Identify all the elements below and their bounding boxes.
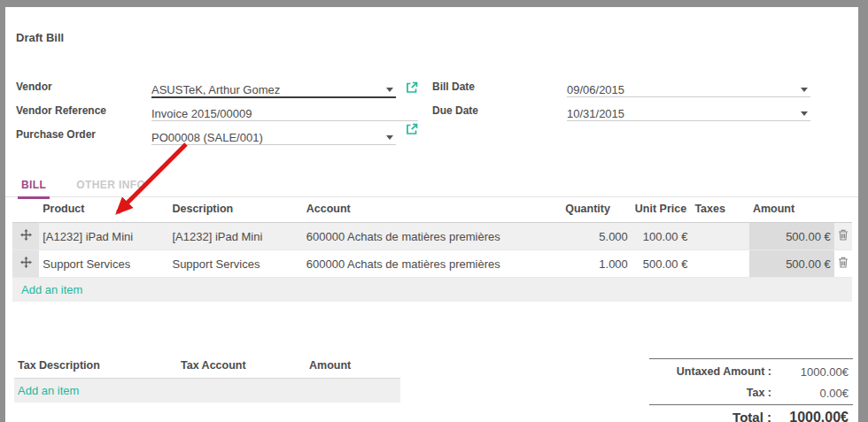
cell-account[interactable]: 600000 Achats de matières premières	[303, 223, 562, 250]
cell-description[interactable]: Support Services	[168, 250, 302, 278]
tax-header-row: Tax Description Tax Account Amount	[14, 354, 400, 379]
col-amount: Amount	[749, 196, 834, 223]
untaxed-amount-value: 1000.00€	[771, 365, 853, 379]
vendor-reference-value[interactable]: Invoice 2015/00009	[151, 107, 252, 120]
cell-account[interactable]: 600000 Achats de matières premières	[303, 250, 562, 278]
col-tax-account: Tax Account	[177, 359, 306, 372]
purchase-order-external-link-icon[interactable]	[406, 123, 418, 139]
col-unit-price: Unit Price	[632, 196, 692, 223]
caret-down-icon[interactable]	[386, 135, 393, 140]
tax-lines-table: Tax Description Tax Account Amount Add a…	[14, 354, 400, 403]
caret-down-icon[interactable]	[801, 88, 808, 92]
cell-product[interactable]: Support Services	[39, 250, 168, 278]
cell-amount: 500.00 €	[749, 250, 834, 278]
cell-taxes[interactable]	[691, 250, 749, 278]
cell-product[interactable]: [A1232] iPad Mini	[39, 223, 168, 250]
col-account: Account	[303, 196, 562, 223]
col-description: Description	[168, 196, 302, 223]
vendor-field[interactable]: ASUSTeK, Arthur Gomez	[151, 78, 396, 98]
move-handle-icon[interactable]	[12, 223, 39, 250]
cell-unit-price[interactable]: 100.00 €	[632, 223, 692, 250]
vendor-external-link-icon[interactable]	[406, 81, 418, 97]
vendor-label: Vendor	[16, 81, 52, 93]
trash-icon[interactable]	[838, 257, 849, 271]
col-product: Product	[39, 196, 168, 223]
delete-row-button[interactable]	[834, 223, 852, 250]
due-date-value[interactable]: 10/31/2015	[567, 107, 624, 120]
col-tax-description: Tax Description	[14, 359, 177, 372]
caret-down-icon[interactable]	[801, 111, 808, 116]
delete-row-button[interactable]	[834, 250, 852, 278]
notebook-tabs: BILL OTHER INFO	[5, 177, 858, 197]
delete-column-header	[834, 196, 852, 223]
table-row[interactable]: [A1232] iPad Mini [A1232] iPad Mini 6000…	[12, 223, 852, 250]
bill-date-field[interactable]: 09/06/2015	[567, 78, 810, 97]
col-taxes: Taxes	[691, 196, 749, 223]
cell-taxes[interactable]	[691, 223, 749, 250]
caret-down-icon[interactable]	[386, 88, 393, 92]
col-quantity: Quantity	[562, 196, 632, 223]
add-tax-line-link[interactable]: Add an item	[14, 379, 400, 403]
tab-other-info[interactable]: OTHER INFO	[73, 177, 149, 196]
cell-quantity[interactable]: 1.000	[562, 250, 632, 278]
invoice-lines-table: Product Description Account Quantity Uni…	[12, 196, 852, 302]
lines-header-row: Product Description Account Quantity Uni…	[12, 196, 852, 223]
due-date-label: Due Date	[432, 104, 478, 117]
draft-bill-form: Draft Bill Vendor ASUSTeK, Arthur Gomez …	[5, 7, 858, 422]
tax-total-label: Tax :	[649, 387, 771, 399]
vendor-reference-label: Vendor Reference	[16, 104, 106, 117]
totals-panel: Untaxed Amount : 1000.00€ Tax : 0.00€ To…	[649, 358, 853, 422]
cell-unit-price[interactable]: 500.00 €	[632, 250, 692, 278]
cell-description[interactable]: [A1232] iPad Mini	[168, 223, 302, 250]
purchase-order-label: Purchase Order	[16, 128, 96, 141]
vendor-reference-field[interactable]: Invoice 2015/00009	[151, 102, 418, 121]
bill-date-value[interactable]: 09/06/2015	[567, 83, 624, 96]
handle-column-header	[12, 196, 39, 223]
move-handle-icon[interactable]	[12, 250, 39, 278]
page-title: Draft Bill	[16, 31, 64, 44]
cell-quantity[interactable]: 5.000	[562, 223, 632, 250]
vendor-value[interactable]: ASUSTeK, Arthur Gomez	[151, 83, 280, 96]
trash-icon[interactable]	[838, 229, 849, 243]
add-line-link[interactable]: Add an item	[12, 278, 852, 302]
due-date-field[interactable]: 10/31/2015	[567, 102, 810, 121]
purchase-order-field[interactable]: PO00008 (SALE/001)	[151, 126, 396, 145]
tax-total-value: 0.00€	[771, 387, 853, 400]
total-value: 1000.00€	[771, 410, 853, 422]
col-tax-amount: Amount	[306, 359, 400, 372]
purchase-order-value[interactable]: PO00008 (SALE/001)	[151, 131, 263, 144]
bill-date-label: Bill Date	[432, 81, 475, 93]
untaxed-amount-label: Untaxed Amount :	[649, 365, 771, 378]
total-label: Total :	[649, 410, 771, 422]
cell-amount: 500.00 €	[749, 223, 834, 250]
table-row[interactable]: Support Services Support Services 600000…	[12, 250, 852, 278]
